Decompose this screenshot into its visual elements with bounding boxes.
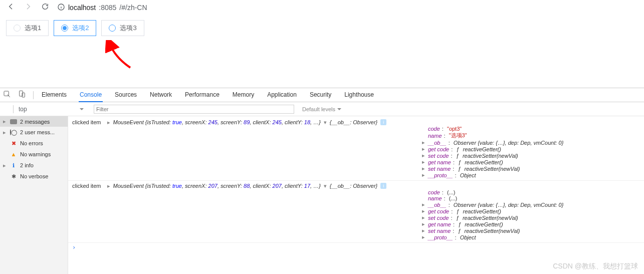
sidebar-item[interactable]: ▸ℹ2 info <box>0 160 68 171</box>
console-sidebar: ▸2 messages▸◯2 user mess...✖No errors▲No… <box>0 116 68 274</box>
object-property[interactable]: ▸get code: ƒ reactiveGetter() <box>422 146 644 152</box>
object-property[interactable]: code: (...) <box>422 189 644 195</box>
warning-icon: ▲ <box>10 151 17 158</box>
radio-option-2[interactable]: 选项2 <box>54 20 96 36</box>
expand-caret-icon: ▸ <box>422 172 426 178</box>
tab-console[interactable]: Console <box>79 88 103 102</box>
device-toggle-icon[interactable] <box>18 90 26 100</box>
object-property[interactable]: name: "选项3" <box>422 132 644 139</box>
object-property[interactable]: ▸__ob__: Observer {value: {…}, dep: Dep,… <box>422 139 644 146</box>
log-entry[interactable]: clicked item ▸MouseEvent {isTrusted: tru… <box>68 181 644 243</box>
object-property[interactable]: ▸set name: ƒ reactiveSetter(newVal) <box>422 165 644 172</box>
expand-caret-icon: ▸ <box>422 165 426 172</box>
log-prefix: clicked item <box>72 183 104 189</box>
tab-lighthouse[interactable]: Lighthouse <box>343 88 375 102</box>
sidebar-item[interactable]: ▲No warnings <box>0 149 68 160</box>
back-button[interactable] <box>7 3 15 13</box>
site-info-icon[interactable] <box>57 3 65 13</box>
tab-network[interactable]: Network <box>149 88 173 102</box>
object-tree: code: (...)name: (...)▸__ob__: Observer … <box>422 189 644 240</box>
info-badge-icon[interactable]: i <box>380 119 386 125</box>
object-property[interactable]: ▸__ob__: Observer {value: {…}, dep: Dep,… <box>422 201 644 208</box>
object-property[interactable]: ▸__proto__: Object <box>422 234 644 240</box>
tab-security[interactable]: Security <box>309 88 332 102</box>
levels-label: Default levels <box>302 106 335 112</box>
sidebar-item[interactable]: ▸2 messages <box>0 116 68 127</box>
expand-caret-icon: ▸ <box>422 208 426 214</box>
expand-caret-icon: ▸ <box>3 118 7 125</box>
console-output[interactable]: clicked item ▸MouseEvent {isTrusted: tru… <box>68 116 644 274</box>
console-prompt[interactable]: › <box>68 243 644 252</box>
sidebar-item-label: No verbose <box>20 173 48 179</box>
sidebar-item[interactable]: ✖No errors <box>0 138 68 149</box>
object-property[interactable]: ▸__proto__: Object <box>422 172 644 178</box>
expand-caret-icon: ▸ <box>422 234 426 240</box>
url-host: localhost <box>68 4 96 12</box>
context-label: top <box>19 106 27 113</box>
log-object-header: {__ob__: Observer} <box>330 183 377 189</box>
object-property[interactable]: ▸set code: ƒ reactiveSetter(newVal) <box>422 214 644 221</box>
filter-input[interactable] <box>94 105 294 114</box>
expand-caret-icon[interactable]: ▾ <box>324 119 327 126</box>
expand-caret-icon[interactable]: ▸ <box>107 119 110 126</box>
radio-circle-icon <box>61 25 68 32</box>
reload-button[interactable] <box>41 3 49 13</box>
radio-circle-icon <box>14 25 21 32</box>
divider <box>33 91 34 99</box>
annotation-arrow <box>105 40 135 72</box>
context-selector[interactable]: top <box>19 106 84 113</box>
radio-option-1[interactable]: 选项1 <box>6 20 49 36</box>
object-property[interactable]: ▸get code: ƒ reactiveGetter() <box>422 208 644 214</box>
object-property[interactable]: ▸set name: ƒ reactiveSetter(newVal) <box>422 227 644 234</box>
log-levels-selector[interactable]: Default levels <box>302 106 341 112</box>
object-property[interactable]: code: "opt3" <box>422 126 644 132</box>
tab-performance[interactable]: Performance <box>184 88 221 102</box>
log-entry[interactable]: clicked item ▸MouseEvent {isTrusted: tru… <box>68 117 644 181</box>
gear-icon: ✱ <box>10 173 17 180</box>
divider <box>13 105 14 113</box>
user-icon: ◯ <box>10 129 17 136</box>
radio-option-3[interactable]: 选项3 <box>101 20 144 36</box>
tab-application[interactable]: Application <box>266 88 298 102</box>
tab-sources[interactable]: Sources <box>114 88 138 102</box>
sidebar-item-label: No warnings <box>20 151 51 157</box>
sidebar-item-label: No errors <box>20 140 43 146</box>
info-icon: ℹ <box>10 162 17 169</box>
url-path: /#/zh-CN <box>119 4 147 12</box>
expand-caret-icon[interactable]: ▸ <box>107 183 110 189</box>
devtools-tabs: ElementsConsoleSourcesNetworkPerformance… <box>0 88 644 102</box>
expand-caret-icon: ▸ <box>422 201 426 208</box>
object-property[interactable]: ▸set code: ƒ reactiveSetter(newVal) <box>422 152 644 159</box>
console-toolbar: top Default levels <box>0 102 644 116</box>
radio-group: 选项1选项2选项3 <box>6 20 638 36</box>
expand-caret-icon: ▸ <box>3 162 7 169</box>
tab-elements[interactable]: Elements <box>41 88 68 102</box>
expand-caret-icon: ▸ <box>422 221 426 227</box>
expand-caret-icon: ▸ <box>422 227 426 234</box>
expand-caret-icon: ▸ <box>422 159 426 165</box>
messages-icon <box>10 119 17 124</box>
log-prefix: clicked item <box>72 119 104 125</box>
devtools-panel: ElementsConsoleSourcesNetworkPerformance… <box>0 88 644 274</box>
expand-caret-icon: ▸ <box>422 214 426 221</box>
object-property[interactable]: ▸get name: ƒ reactiveGetter() <box>422 221 644 227</box>
log-event: MouseEvent {isTrusted: true, screenX: 20… <box>113 183 321 189</box>
object-property[interactable]: ▸get name: ƒ reactiveGetter() <box>422 159 644 165</box>
expand-caret-icon: ▸ <box>3 129 7 136</box>
sidebar-item[interactable]: ▸◯2 user mess... <box>0 127 68 138</box>
log-event: MouseEvent {isTrusted: true, screenX: 24… <box>113 119 321 125</box>
sidebar-item[interactable]: ✱No verbose <box>0 171 68 182</box>
info-badge-icon[interactable]: i <box>380 183 386 189</box>
log-object-header: {__ob__: Observer} <box>330 119 377 125</box>
expand-caret-icon: ▸ <box>422 139 426 146</box>
svg-rect-5 <box>22 93 25 97</box>
object-property[interactable]: name: (...) <box>422 195 644 201</box>
expand-caret-icon[interactable]: ▾ <box>324 183 327 189</box>
forward-button[interactable] <box>24 3 32 13</box>
inspect-icon[interactable] <box>3 90 11 100</box>
object-tree: code: "opt3"name: "选项3"▸__ob__: Observer… <box>422 126 644 178</box>
expand-caret-icon: ▸ <box>422 152 426 159</box>
address-bar[interactable]: localhost:8085/#/zh-CN <box>57 3 147 13</box>
tab-memory[interactable]: Memory <box>232 88 255 102</box>
chevron-down-icon <box>80 108 84 112</box>
